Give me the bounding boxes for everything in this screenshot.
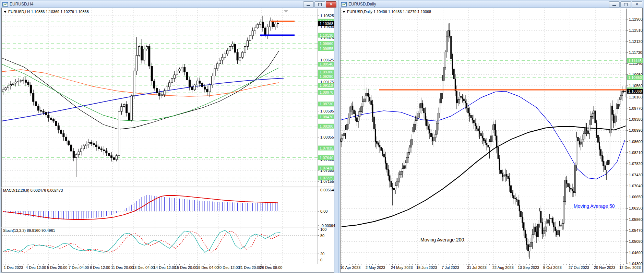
candle bbox=[475, 123, 476, 126]
candle bbox=[456, 91, 457, 103]
candle bbox=[596, 123, 597, 135]
ohlc-info-row[interactable]: EURUSD,H4 1.10356 1.10369 1.10279 1.1036… bbox=[4, 10, 89, 14]
ohlc-info-row[interactable]: EURUSD,Daily 1.10409 1.10433 1.10279 1.1… bbox=[343, 10, 431, 14]
candle bbox=[593, 111, 594, 114]
time-label: 27 Oct 2023 bbox=[569, 265, 589, 270]
candle bbox=[106, 151, 107, 153]
candle bbox=[449, 31, 450, 36]
time-label: 19 Dec 04:00 bbox=[196, 265, 218, 270]
candle bbox=[525, 230, 526, 238]
candle bbox=[372, 105, 373, 117]
chart-window-h4: 0.005640.00-0.00394100802001.105251.1030… bbox=[0, 0, 338, 273]
level-price-badge: 1.10130 bbox=[320, 33, 333, 37]
candle bbox=[565, 180, 566, 201]
candle bbox=[482, 136, 483, 138]
candle bbox=[592, 114, 593, 116]
current-price-badge: 1.10368 bbox=[320, 22, 333, 26]
candle bbox=[346, 124, 347, 130]
candle bbox=[446, 36, 447, 52]
daily-titlebar[interactable]: EURUSD,Daily ✕ bbox=[339, 1, 643, 8]
candle bbox=[535, 227, 536, 232]
candle bbox=[116, 156, 117, 159]
candle bbox=[521, 211, 522, 217]
restore-button[interactable] bbox=[620, 1, 631, 8]
candle bbox=[209, 85, 211, 92]
candle bbox=[506, 174, 507, 176]
candle bbox=[40, 110, 42, 111]
candle bbox=[231, 44, 233, 46]
candle bbox=[100, 149, 102, 150]
candle bbox=[515, 198, 516, 199]
candle bbox=[60, 130, 62, 133]
chart-icon bbox=[341, 2, 347, 7]
candle bbox=[526, 238, 527, 245]
candle bbox=[214, 69, 216, 76]
time-label: 4 Dec 12:00 bbox=[26, 265, 46, 270]
candle bbox=[431, 133, 432, 137]
candle bbox=[377, 142, 378, 144]
candle bbox=[591, 117, 592, 125]
candle bbox=[179, 69, 180, 71]
h4-titlebar[interactable]: EURUSD,H4 ✕ bbox=[1, 1, 337, 8]
candle bbox=[148, 47, 150, 66]
candle bbox=[373, 117, 374, 129]
candle bbox=[274, 24, 276, 27]
close-button[interactable]: ✕ bbox=[632, 1, 642, 8]
candle bbox=[20, 81, 22, 81]
candle bbox=[33, 93, 34, 102]
daily-chart-canvas[interactable]: 1.129001.125101.121201.117301.113401.109… bbox=[339, 0, 644, 273]
level-price-badge: 1.09960 bbox=[320, 41, 333, 46]
candle bbox=[599, 142, 600, 150]
restore-icon bbox=[318, 3, 322, 6]
candle bbox=[404, 166, 405, 168]
candle bbox=[386, 163, 387, 169]
candle bbox=[462, 97, 463, 99]
candle bbox=[522, 217, 523, 223]
candle bbox=[527, 245, 528, 251]
level-price-badge: 1.09110 bbox=[320, 83, 333, 87]
close-button[interactable]: ✕ bbox=[326, 1, 336, 8]
candle bbox=[378, 143, 379, 145]
candle bbox=[419, 108, 420, 113]
candle bbox=[128, 113, 130, 120]
level-price-badge: 1.07225 bbox=[320, 176, 333, 180]
candle bbox=[406, 158, 407, 163]
candle bbox=[409, 147, 410, 152]
candle bbox=[354, 110, 355, 114]
candle bbox=[563, 202, 564, 223]
candle bbox=[118, 111, 120, 156]
candle bbox=[479, 131, 480, 133]
candle bbox=[201, 83, 203, 87]
candle bbox=[212, 76, 213, 85]
candle bbox=[461, 96, 462, 97]
candle bbox=[597, 135, 598, 142]
level-price-badge: 1.07430 bbox=[320, 166, 333, 170]
candle bbox=[443, 68, 444, 80]
candle bbox=[473, 120, 474, 123]
candle bbox=[156, 88, 158, 93]
stoch-scale-label: 20 bbox=[320, 252, 324, 256]
candle bbox=[341, 139, 342, 141]
candle bbox=[229, 47, 231, 50]
close-icon: ✕ bbox=[632, 2, 642, 7]
candle bbox=[12, 83, 14, 85]
candle bbox=[495, 124, 496, 136]
minimize-button[interactable] bbox=[609, 1, 620, 8]
candle bbox=[486, 143, 487, 145]
candle bbox=[242, 52, 243, 57]
candle bbox=[359, 111, 360, 117]
candle bbox=[93, 144, 95, 145]
window-title: EURUSD,H4 bbox=[10, 2, 33, 7]
candle bbox=[10, 84, 12, 86]
candle bbox=[239, 57, 241, 60]
price-label: 1.10560 bbox=[629, 84, 643, 88]
candle bbox=[358, 117, 359, 122]
price-label: 1.12120 bbox=[629, 39, 643, 44]
restore-button[interactable] bbox=[314, 1, 325, 8]
candle bbox=[490, 136, 491, 142]
minimize-button[interactable] bbox=[303, 1, 314, 8]
candle bbox=[133, 71, 135, 96]
candle bbox=[542, 223, 543, 234]
candle bbox=[381, 147, 382, 151]
candle bbox=[399, 175, 400, 178]
